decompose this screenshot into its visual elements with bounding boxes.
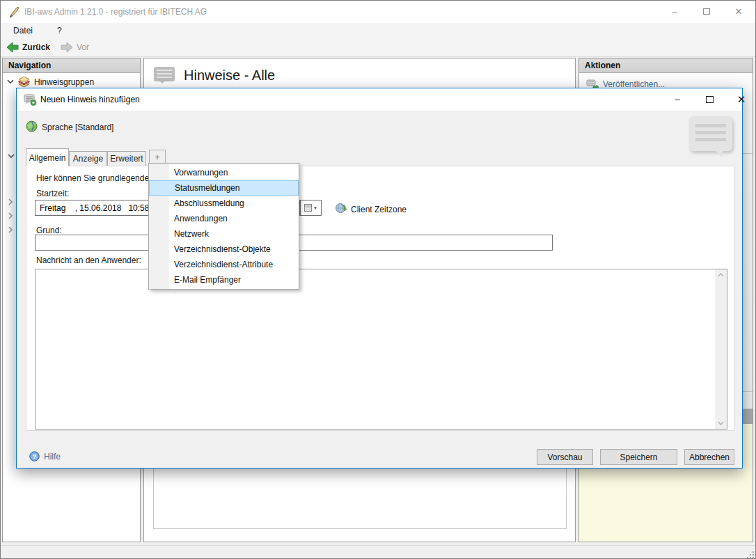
vorschau-button[interactable]: Vorschau <box>537 449 593 465</box>
forward-button[interactable]: Vor <box>61 42 89 53</box>
menu-item-verzeichnisdienst-attribute[interactable]: Verzeichnisdienst-Attribute <box>149 257 299 272</box>
tree-item-label: Hinweisgruppen <box>34 77 94 87</box>
resize-grip[interactable] <box>746 550 754 558</box>
dialog-title: Neuen Hinweis hinzufügen <box>40 95 140 104</box>
abbrechen-button[interactable]: Abbrechen <box>684 449 734 465</box>
dialog-icon <box>24 94 37 106</box>
tab-allgemein[interactable]: Allgemein <box>26 148 69 166</box>
window-title: IBI-aws Admin 1.21.0 - registriert für I… <box>24 7 207 17</box>
maximize-button[interactable] <box>691 1 723 22</box>
menu-file[interactable]: Datei <box>13 26 33 36</box>
back-arrow-icon <box>6 42 19 53</box>
message-textarea[interactable] <box>36 269 715 429</box>
tab-page-allgemein: Hier können Sie grundlegende Ei Startzei… <box>26 166 734 431</box>
calendar-icon <box>304 204 312 212</box>
speichern-button[interactable]: Speichern <box>600 449 677 465</box>
chevron-right-icon[interactable] <box>8 226 13 233</box>
language-globe-icon <box>26 120 38 132</box>
chevron-down-icon <box>7 79 14 84</box>
menu-item-netzwerk[interactable]: Netzwerk <box>149 226 299 242</box>
chevron-right-icon[interactable] <box>8 198 13 205</box>
minimize-button[interactable]: – <box>659 1 691 22</box>
menu-item-anwendungen[interactable]: Anwendungen <box>149 211 299 226</box>
tree-item-hinweisgruppen[interactable]: Hinweisgruppen <box>7 77 140 87</box>
chevron-down-icon[interactable] <box>8 154 15 159</box>
start-time-label: Startzeit: <box>36 189 69 198</box>
menu-item-abschlussmeldung[interactable]: Abschlussmeldung <box>149 196 299 211</box>
dialog-maximize-button[interactable] <box>693 88 725 110</box>
navigation-header: Navigation <box>3 58 140 73</box>
menu-item-email-empfaenger[interactable]: E-Mail Empfänger <box>149 272 299 288</box>
timezone-label: Client Zeitzone <box>351 205 407 214</box>
add-hint-dialog: Neuen Hinweis hinzufügen – ✕ Sprache [St… <box>16 88 743 469</box>
client-timezone-icon <box>335 203 347 214</box>
menu-item-verzeichnisdienst-objekte[interactable]: Verzeichnisdienst-Objekte <box>149 242 299 257</box>
status-bar <box>1 545 755 559</box>
dialog-title-bar: Neuen Hinweis hinzufügen – ✕ <box>17 88 742 111</box>
calendar-dropdown-button[interactable]: ▼ <box>300 200 322 216</box>
app-window: IBI-aws Admin 1.21.0 - registriert für I… <box>0 0 756 559</box>
title-bar: IBI-aws Admin 1.21.0 - registriert für I… <box>1 1 755 23</box>
hinweise-bubble-icon <box>154 67 175 81</box>
forward-label: Vor <box>77 42 89 52</box>
toolbar <box>1 40 755 57</box>
hinweisgruppen-icon <box>18 77 30 87</box>
app-icon <box>8 6 20 18</box>
svg-text:?: ? <box>33 453 37 460</box>
forward-arrow-icon <box>61 42 73 53</box>
help-action[interactable]: ? Hilfe <box>29 451 61 462</box>
hint-type-menu: Vorwarnungen Statusmeldungen Abschlussme… <box>148 163 299 290</box>
help-icon: ? <box>29 451 40 462</box>
back-label: Zurück <box>22 42 50 52</box>
textarea-scrollbar[interactable] <box>715 269 727 429</box>
page-title: Hinweise - Alle <box>184 68 275 84</box>
actions-header: Aktionen <box>579 58 753 73</box>
tab-erweitert[interactable]: Erweitert <box>107 151 146 166</box>
menu-item-vorwarnungen[interactable]: Vorwarnungen <box>149 165 299 180</box>
reason-label: Grund: <box>36 226 62 235</box>
message-textarea-wrap <box>35 269 727 430</box>
tab-anzeige[interactable]: Anzeige <box>69 151 107 166</box>
dialog-close-button[interactable]: ✕ <box>725 88 756 110</box>
chevron-right-icon[interactable] <box>8 212 13 219</box>
dialog-minimize-button[interactable]: – <box>661 88 693 110</box>
scroll-down-icon[interactable] <box>718 421 724 425</box>
scroll-up-icon[interactable] <box>718 273 724 277</box>
watermark-bubble-icon <box>689 116 732 151</box>
message-label: Nachricht an den Anwender: <box>36 255 141 265</box>
close-button[interactable]: ✕ <box>723 1 755 22</box>
language-label: Sprache [Standard] <box>42 123 113 132</box>
help-link: Hilfe <box>44 452 61 462</box>
dropdown-arrow-icon: ▼ <box>313 206 317 210</box>
back-button[interactable]: Zurück <box>6 42 50 53</box>
menu-help[interactable]: ? <box>57 26 62 36</box>
menu-item-statusmeldungen[interactable]: Statusmeldungen <box>149 180 299 196</box>
menu-bar <box>1 23 755 40</box>
intro-text: Hier können Sie grundlegende Ei <box>36 173 159 183</box>
